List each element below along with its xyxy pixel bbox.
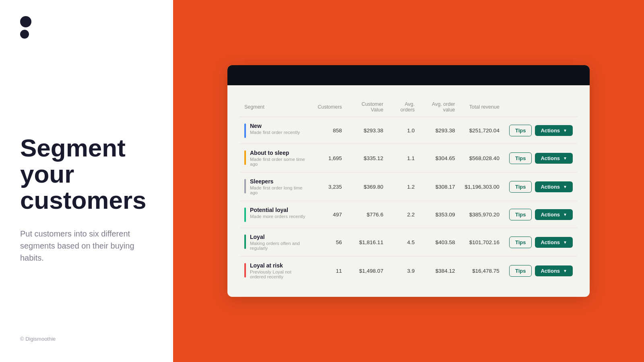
- chevron-down-icon: ▼: [563, 240, 567, 245]
- segment-cell-loyal: Loyal Making orders often and regularly: [239, 228, 313, 257]
- total-revenue-sleepers: $1,196,303.00: [460, 173, 504, 201]
- segment-cell-new: New Made first order recently: [239, 117, 313, 144]
- left-panel: Segment your customers Put customers int…: [0, 0, 173, 362]
- segments-table: Segment Customers Customer Value Avg. or…: [239, 97, 578, 285]
- chevron-down-icon: ▼: [563, 212, 567, 217]
- total-revenue-loyal-at-risk: $16,478.75: [460, 257, 504, 285]
- table-row: About to sleep Made first order some tim…: [239, 144, 578, 173]
- customers-new: 858: [313, 117, 347, 144]
- customer-value-new: $293.38: [347, 117, 388, 144]
- actions-button-about-to-sleep[interactable]: Actions ▼: [535, 153, 573, 164]
- customer-value-loyal: $1,816.11: [347, 228, 388, 257]
- col-avg-orders: Avg. orders: [388, 97, 419, 117]
- segment-name-potential-loyal: Potential loyal: [250, 207, 305, 213]
- tips-button-new[interactable]: Tips: [509, 125, 532, 136]
- customers-loyal: 56: [313, 228, 347, 257]
- chevron-down-icon: ▼: [563, 156, 567, 160]
- actions-cell-loyal-at-risk: Tips Actions ▼: [504, 257, 578, 285]
- avg-orders-loyal: 4.5: [388, 228, 419, 257]
- segment-bar-about-to-sleep: [244, 150, 246, 165]
- actions-cell-potential-loyal: Tips Actions ▼: [504, 201, 578, 228]
- segment-desc-potential-loyal: Made more orders recently: [250, 214, 305, 219]
- segment-cell-loyal-at-risk: Loyal at risk Previously Loyal not order…: [239, 257, 313, 285]
- segment-cell-potential-loyal: Potential loyal Made more orders recentl…: [239, 201, 313, 228]
- segment-desc-about-to-sleep: Made first order some time ago: [250, 157, 308, 167]
- avg-order-value-about-to-sleep: $304.65: [419, 144, 460, 173]
- actions-button-new[interactable]: Actions ▼: [535, 125, 573, 136]
- card-header: [227, 65, 590, 85]
- tips-button-loyal[interactable]: Tips: [509, 237, 532, 248]
- actions-button-sleepers[interactable]: Actions ▼: [535, 181, 573, 192]
- table-row: Loyal at risk Previously Loyal not order…: [239, 257, 578, 285]
- table-row: Sleepers Made first order long time ago …: [239, 173, 578, 201]
- avg-order-value-potential-loyal: $353.09: [419, 201, 460, 228]
- segment-desc-new: Made first order recently: [250, 130, 300, 135]
- actions-button-potential-loyal[interactable]: Actions ▼: [535, 209, 573, 220]
- table-header-row: Segment Customers Customer Value Avg. or…: [239, 97, 578, 117]
- segment-bar-loyal-at-risk: [244, 263, 246, 278]
- col-actions-header: [504, 97, 578, 117]
- logo: [20, 16, 153, 39]
- total-revenue-new: $251,720.04: [460, 117, 504, 144]
- avg-orders-new: 1.0: [388, 117, 419, 144]
- segment-name-sleepers: Sleepers: [250, 178, 308, 185]
- tips-button-about-to-sleep[interactable]: Tips: [509, 152, 532, 164]
- data-card: Segment Customers Customer Value Avg. or…: [227, 65, 590, 297]
- actions-button-loyal-at-risk[interactable]: Actions ▼: [535, 265, 573, 276]
- avg-order-value-sleepers: $308.17: [419, 173, 460, 201]
- segment-bar-potential-loyal: [244, 208, 246, 222]
- table-row: New Made first order recently 858 $293.3…: [239, 117, 578, 144]
- avg-orders-potential-loyal: 2.2: [388, 201, 419, 228]
- avg-order-value-loyal-at-risk: $384.12: [419, 257, 460, 285]
- customers-sleepers: 3,235: [313, 173, 347, 201]
- right-panel: Segment Customers Customer Value Avg. or…: [173, 0, 644, 362]
- avg-order-value-new: $293.38: [419, 117, 460, 144]
- segment-desc-loyal-at-risk: Previously Loyal not ordered recently: [250, 269, 308, 279]
- card-body: Segment Customers Customer Value Avg. or…: [227, 85, 590, 297]
- avg-order-value-loyal: $403.58: [419, 228, 460, 257]
- sub-text: Put customers into six different segment…: [20, 228, 149, 264]
- logo-dot-large: [20, 16, 31, 27]
- segment-bar-new: [244, 123, 246, 138]
- tips-button-loyal-at-risk[interactable]: Tips: [509, 265, 532, 277]
- segment-cell-about-to-sleep: About to sleep Made first order some tim…: [239, 144, 313, 173]
- col-avg-order-value: Avg. order value: [419, 97, 460, 117]
- chevron-down-icon: ▼: [563, 185, 567, 189]
- segment-desc-sleepers: Made first order long time ago: [250, 185, 308, 195]
- col-customers: Customers: [313, 97, 347, 117]
- customer-value-potential-loyal: $776.6: [347, 201, 388, 228]
- avg-orders-loyal-at-risk: 3.9: [388, 257, 419, 285]
- avg-orders-about-to-sleep: 1.1: [388, 144, 419, 173]
- logo-dot-small: [20, 30, 29, 39]
- customers-about-to-sleep: 1,695: [313, 144, 347, 173]
- segment-bar-sleepers: [244, 179, 246, 193]
- chevron-down-icon: ▼: [563, 128, 567, 133]
- customer-value-loyal-at-risk: $1,498.07: [347, 257, 388, 285]
- actions-cell-loyal: Tips Actions ▼: [504, 228, 578, 257]
- total-revenue-about-to-sleep: $568,028.40: [460, 144, 504, 173]
- chevron-down-icon: ▼: [563, 269, 567, 273]
- customers-potential-loyal: 497: [313, 201, 347, 228]
- segment-name-loyal: Loyal: [250, 234, 308, 240]
- tips-button-potential-loyal[interactable]: Tips: [509, 209, 532, 220]
- actions-cell-about-to-sleep: Tips Actions ▼: [504, 144, 578, 173]
- total-revenue-potential-loyal: $385,970.20: [460, 201, 504, 228]
- segment-bar-loyal: [244, 234, 246, 249]
- table-row: Potential loyal Made more orders recentl…: [239, 201, 578, 228]
- avg-orders-sleepers: 1.2: [388, 173, 419, 201]
- footer-copyright: © Digismoothie: [20, 336, 153, 346]
- actions-button-loyal[interactable]: Actions ▼: [535, 237, 573, 248]
- table-row: Loyal Making orders often and regularly …: [239, 228, 578, 257]
- segment-name-about-to-sleep: About to sleep: [250, 150, 308, 156]
- col-customer-value: Customer Value: [347, 97, 388, 117]
- segment-name-loyal-at-risk: Loyal at risk: [250, 262, 308, 269]
- main-heading: Segment your customers: [20, 135, 153, 213]
- actions-cell-sleepers: Tips Actions ▼: [504, 173, 578, 201]
- customers-loyal-at-risk: 11: [313, 257, 347, 285]
- left-content: Segment your customers Put customers int…: [20, 39, 153, 336]
- segment-name-new: New: [250, 123, 300, 129]
- customer-value-sleepers: $369.80: [347, 173, 388, 201]
- tips-button-sleepers[interactable]: Tips: [509, 181, 532, 193]
- total-revenue-loyal: $101,702.16: [460, 228, 504, 257]
- col-segment: Segment: [239, 97, 313, 117]
